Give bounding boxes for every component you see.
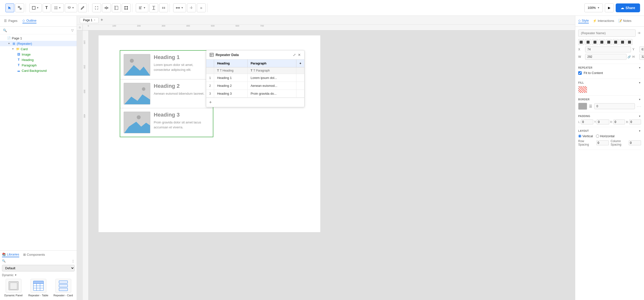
spacing-btn[interactable] xyxy=(149,3,158,12)
align-right-btn[interactable]: ⬛ xyxy=(592,39,598,45)
padding-r-label: R: xyxy=(610,121,613,124)
rdp-col-heading[interactable]: Heading xyxy=(214,59,248,67)
rdp-row-1-col2[interactable]: Lorem ipsum dol... xyxy=(248,74,296,82)
component-search-row: 🔍 ⋮ xyxy=(2,259,75,263)
tree-item-repeater[interactable]: ▼ ⊞ (Repeater) xyxy=(0,41,76,46)
tree-item-heading[interactable]: T Heading xyxy=(0,57,76,62)
align-center-v-btn[interactable]: ⬛ xyxy=(606,39,612,45)
border-width-input[interactable] xyxy=(594,103,635,109)
widget-tool-btn[interactable]: ▼ xyxy=(52,3,64,12)
w-input[interactable] xyxy=(585,54,626,60)
padding-b-input[interactable] xyxy=(629,120,641,125)
component-repeater-table[interactable]: Repeater - Table xyxy=(27,279,50,297)
arrange-btn[interactable] xyxy=(102,3,111,12)
cut-btn[interactable] xyxy=(112,3,121,12)
align-bottom-btn[interactable]: ⬛ xyxy=(613,39,618,45)
vertical-radio[interactable] xyxy=(578,135,582,138)
pages-tab-label: Pages xyxy=(8,19,18,23)
arrow-tool-btn[interactable] xyxy=(6,3,14,12)
distribute-v-btn[interactable]: ⬛ xyxy=(626,39,632,45)
x-input[interactable] xyxy=(585,46,631,52)
tab-outline[interactable]: ◇ Outline xyxy=(22,19,36,23)
more-btn[interactable]: » xyxy=(197,3,206,12)
tab-components[interactable]: ⊞ Components xyxy=(23,253,45,257)
tree-item-page1[interactable]: 📄 Page 1 xyxy=(0,35,76,41)
tab-libraries[interactable]: 📚 Libraries xyxy=(2,253,19,257)
rdp-add-col-btn[interactable]: + xyxy=(296,59,304,67)
distribute-h-btn[interactable]: ⬛ xyxy=(620,39,626,45)
connector-btn[interactable]: ▼ xyxy=(173,3,186,12)
tree-item-card-bg[interactable]: ▬ Card Background xyxy=(0,68,76,73)
zoom-fit-btn[interactable] xyxy=(92,3,101,12)
fit-to-content-checkbox[interactable] xyxy=(578,71,582,75)
repeater-data-panel[interactable]: Repeater Data ⤢ ✕ Heading Paragraph + xyxy=(206,50,304,107)
canvas-content[interactable]: 100 200 300 400 xyxy=(83,30,575,300)
tree-item-paragraph[interactable]: T Paragraph xyxy=(0,62,76,68)
rdp-add-row-btn[interactable]: + xyxy=(206,98,304,107)
horizontal-radio[interactable] xyxy=(596,135,599,138)
fill-dropdown-arrow: ▼ xyxy=(638,81,641,84)
rdp-collapse-btn[interactable]: ✕ xyxy=(298,53,301,57)
rdp-row-2-col1[interactable]: Heading 2 xyxy=(214,82,248,90)
col-spacing-input[interactable] xyxy=(629,141,641,145)
tree-label-card-bg: Card Background xyxy=(22,69,46,73)
rdp-row-1-col1[interactable]: Heading 1 xyxy=(214,74,248,82)
tab-style[interactable]: ◇ Style xyxy=(578,19,589,23)
rdp-title: Repeater Data xyxy=(210,53,239,57)
snap-btn[interactable] xyxy=(187,3,196,12)
share-btn[interactable]: ☁ Share xyxy=(616,3,640,12)
row-spacing-input[interactable] xyxy=(596,141,609,145)
rdp-row-2[interactable]: 2 Heading 2 Aenean euismod... xyxy=(206,82,304,90)
padding-l-input[interactable] xyxy=(581,120,593,125)
library-dropdown[interactable]: Default xyxy=(2,265,75,272)
distribute-btn[interactable] xyxy=(159,3,168,12)
tab-interactions[interactable]: ⚡ Interactions xyxy=(593,19,614,23)
h-input[interactable] xyxy=(639,54,644,60)
padding-r-input[interactable] xyxy=(614,120,625,125)
search-input[interactable] xyxy=(9,28,69,32)
align-center-h-btn[interactable]: ⬛ xyxy=(585,39,591,45)
filter-btn[interactable]: ⋮ xyxy=(72,259,75,263)
fill-preview[interactable] xyxy=(578,86,587,93)
ruler-200: 200 xyxy=(137,25,141,27)
repeater-name-input[interactable] xyxy=(578,29,636,37)
y-input[interactable] xyxy=(639,46,644,52)
lock-ratio-icon[interactable]: 🔗 xyxy=(628,55,631,58)
tab-pages[interactable]: ☰ Pages xyxy=(4,19,18,23)
rdp-row-2-col2[interactable]: Aenean euismod... xyxy=(248,82,296,90)
rdp-expand-btn[interactable]: ⤢ xyxy=(293,53,296,57)
text-tool-btn[interactable]: T xyxy=(42,3,50,12)
add-page-btn[interactable]: + xyxy=(100,17,104,23)
rdp-row-3[interactable]: 3 Heading 3 Proin gravida do... xyxy=(206,90,304,98)
libraries-icon: 📚 xyxy=(2,253,6,256)
transform-tool-btn[interactable] xyxy=(15,3,24,12)
rdp-row-1[interactable]: 1 Heading 1 Lorem ipsum dol... xyxy=(206,74,304,82)
repeater-widget[interactable]: Heading 1 Lorem ipsum dolor sit amet, co… xyxy=(120,50,213,137)
repeater-card-label: Repeater - Card xyxy=(54,294,73,297)
repeater-dropdown-arrow: ▼ xyxy=(638,66,641,69)
rectangle-tool-btn[interactable]: ▼ xyxy=(29,3,42,12)
page-close-icon[interactable]: × xyxy=(94,19,95,21)
align-btn[interactable]: ▼ xyxy=(136,3,148,12)
border-color-preview[interactable] xyxy=(578,103,587,110)
rdp-row-3-col1[interactable]: Heading 3 xyxy=(214,90,248,98)
component-dynamic-panel[interactable]: Dynamic Panel xyxy=(2,279,25,297)
page-tab-1[interactable]: Page 1 × xyxy=(80,17,98,23)
play-btn[interactable]: ▶ xyxy=(605,3,614,12)
rdp-row-3-num: 3 xyxy=(206,90,214,98)
pen-tool-btn[interactable] xyxy=(78,3,87,12)
rdp-row-3-col2[interactable]: Proin gravida do... xyxy=(248,90,296,98)
align-left-btn[interactable]: ⬛ xyxy=(578,39,584,45)
visibility-icon[interactable]: 👁 xyxy=(638,31,641,35)
align-top-btn[interactable]: ⬛ xyxy=(599,39,605,45)
component-repeater-card[interactable]: Repeater - Card xyxy=(52,279,75,297)
rdp-col-paragraph[interactable]: Paragraph xyxy=(248,59,296,67)
padding-t-input[interactable] xyxy=(597,120,609,125)
tree-item-card[interactable]: ▼ 📁 Card xyxy=(0,46,76,52)
tree-item-image[interactable]: 🖼 Image xyxy=(0,52,76,57)
layers-tool-btn[interactable]: ▼ xyxy=(65,3,77,12)
crop-btn[interactable] xyxy=(122,3,130,12)
tab-notes[interactable]: 📝 Notes xyxy=(618,19,632,23)
zoom-control[interactable]: 100% ▼ xyxy=(584,3,603,12)
filter-icon[interactable]: ▽ xyxy=(71,28,74,32)
